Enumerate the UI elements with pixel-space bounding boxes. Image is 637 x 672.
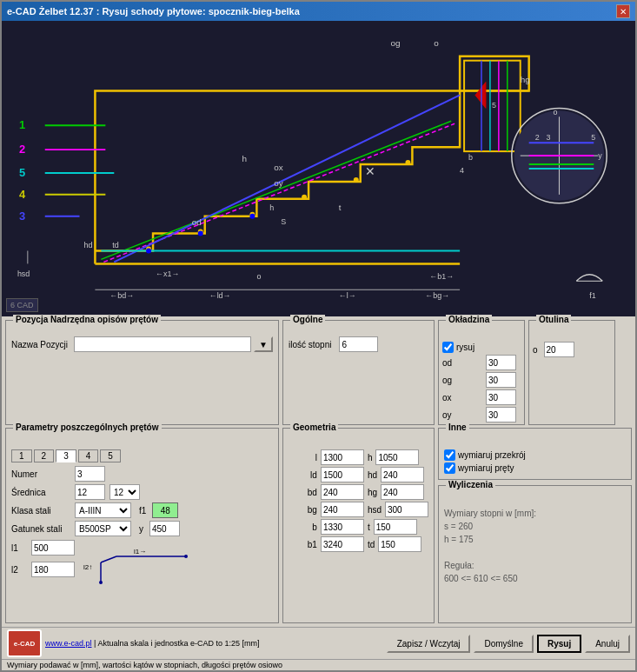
tab-2[interactable]: 2 [34, 449, 55, 462]
l1l2-inputs: l1 l2 [11, 540, 75, 593]
svg-text:hg: hg [521, 75, 530, 84]
geo-bg-input[interactable] [321, 502, 364, 517]
canvas-area: 1 2 5 4 3 [2, 21, 635, 316]
rysuj-checkbox[interactable] [442, 342, 454, 353]
tab-3[interactable]: 3 [56, 449, 76, 462]
geo-ld-input[interactable] [321, 467, 364, 482]
svg-text:od: od [192, 217, 202, 227]
svg-text:4: 4 [460, 166, 464, 175]
srednica-select[interactable]: 12 10 16 [109, 484, 140, 500]
geo-b-label: b [289, 522, 317, 532]
geo-t-label: t [368, 522, 370, 532]
ilosc-label: ilość stopni [289, 340, 331, 349]
panel-ogolne-title: Ogólne [290, 315, 325, 324]
panel-inne-title: Inne [446, 422, 469, 432]
f1-label: f1 [139, 506, 146, 516]
wymiar-prety-row: wymiaruj pręty [444, 462, 626, 474]
middle-panels-row: Parametry poszczególnych prętów 1 2 3 4 … [5, 428, 632, 623]
y-input[interactable] [149, 521, 180, 536]
od-label: od [442, 358, 482, 368]
oy-input[interactable] [486, 407, 516, 422]
wylicz-line5: Reguła: [444, 559, 626, 572]
numer-input[interactable] [75, 466, 105, 482]
ilosc-field-row: ilość stopni [289, 336, 428, 352]
geo-td-input[interactable] [378, 536, 421, 552]
tab-1[interactable]: 1 [11, 449, 32, 462]
geo-b-input[interactable] [321, 519, 364, 535]
gatunek-select[interactable]: B500SP RB500 [75, 521, 131, 536]
action-buttons: Zapisz / Wczytaj Domyślne Rysuj Anuluj [387, 635, 630, 653]
main-window: e-CAD Żelbet 12.37 : Rysuj schody płytow… [0, 0, 637, 672]
geo-hsd-input[interactable] [385, 502, 428, 517]
panel-pozycja-title: Pozycja Nadrzędna opisów prętów [13, 315, 161, 324]
geo-b1-input[interactable] [321, 536, 364, 552]
l1l2-section: l1 l2 l2↑ l1→ [11, 540, 273, 593]
svg-text:h: h [269, 203, 274, 212]
wylicz-line4 [444, 546, 626, 559]
rysuj-button[interactable]: Rysuj [537, 635, 581, 653]
klasa-select[interactable]: A-IIIN A-I [75, 502, 131, 518]
panel-wyliczenia-title: Wyliczenia [446, 480, 495, 489]
srednica-input[interactable] [75, 484, 105, 500]
svg-text:og: og [391, 38, 401, 48]
svg-text:5: 5 [591, 133, 595, 142]
ilosc-input[interactable] [339, 336, 378, 352]
svg-text:2: 2 [535, 133, 540, 142]
geo-td-label: td [368, 540, 375, 549]
svg-text:←ld→: ←ld→ [209, 291, 231, 300]
website-link[interactable]: www.e-cad.pl [45, 639, 92, 648]
otulina-o-row: o [533, 342, 611, 357]
cad-badge: 6 CAD [6, 298, 38, 312]
geo-t-input[interactable] [374, 519, 417, 535]
panel-pozycja: Pozycja Nadrzędna opisów prętów Nazwa Po… [5, 320, 279, 425]
svg-point-24 [146, 248, 151, 253]
og-label: og [442, 376, 482, 385]
l1-row: l1 [11, 540, 75, 556]
geo-hd-input[interactable] [381, 467, 424, 482]
geo-hg-input[interactable] [381, 484, 424, 500]
form-area: Pozycja Nadrzędna opisów prętów Nazwa Po… [2, 316, 635, 627]
svg-text:f1: f1 [589, 291, 595, 300]
svg-text:o: o [256, 272, 261, 281]
wymiar-przekroj-row: wymiaruj przekrój [444, 449, 626, 461]
svg-point-23 [405, 160, 410, 165]
klasa-row: Klasa stali A-IIIN A-I f1 48 [11, 502, 273, 518]
wymiar-przekroj-label: wymiaruj przekrój [458, 450, 526, 460]
svg-text:h: h [242, 154, 247, 163]
srednica-row: Średnica 12 10 16 [11, 484, 273, 500]
domyslne-button[interactable]: Domyślne [474, 635, 533, 653]
tab-4[interactable]: 4 [78, 449, 99, 462]
svg-text:3: 3 [547, 133, 551, 142]
od-input[interactable] [486, 355, 516, 370]
close-button[interactable]: ✕ [616, 4, 630, 18]
l2-input[interactable] [31, 562, 75, 577]
anuluj-button[interactable]: Anuluj [585, 635, 630, 653]
wymiar-przekroj-checkbox[interactable] [444, 449, 455, 461]
gatunek-row: Gatunek stali B500SP RB500 y [11, 521, 273, 536]
tab-5[interactable]: 5 [100, 449, 121, 462]
otulina-o-label: o [533, 345, 538, 355]
zapisz-button[interactable]: Zapisz / Wczytaj [387, 635, 471, 653]
nazwa-input[interactable] [74, 336, 251, 352]
otulina-o-input[interactable] [544, 342, 574, 357]
geo-l-input[interactable] [321, 449, 364, 465]
geo-bd-input[interactable] [321, 484, 364, 500]
geo-l-label: l [289, 453, 317, 462]
svg-text:hd: hd [83, 241, 92, 250]
geo-bg-label: bg [289, 505, 317, 515]
nazwa-dropdown-btn[interactable]: ▼ [254, 336, 273, 352]
wymiar-prety-checkbox[interactable] [444, 462, 455, 474]
top-panels-row: Pozycja Nadrzędna opisów prętów Nazwa Po… [5, 320, 632, 425]
wylicz-line6: 600 <= 610 <= 650 [444, 572, 626, 585]
srednica-label: Średnica [11, 488, 72, 497]
status-bar: Wymiary podawać w [mm], wartości kątów w… [2, 659, 635, 670]
svg-text:←b1→: ←b1→ [429, 272, 454, 281]
geo-h-input[interactable] [375, 449, 419, 465]
og-input[interactable] [486, 372, 516, 388]
ox-input[interactable] [486, 389, 516, 405]
svg-point-26 [249, 214, 255, 219]
svg-text:oy: oy [274, 178, 283, 188]
l1-input[interactable] [31, 540, 75, 556]
wylicz-line1: Wymiary stopni w [mm]: [444, 507, 626, 520]
klasa-label: Klasa stali [11, 506, 72, 516]
